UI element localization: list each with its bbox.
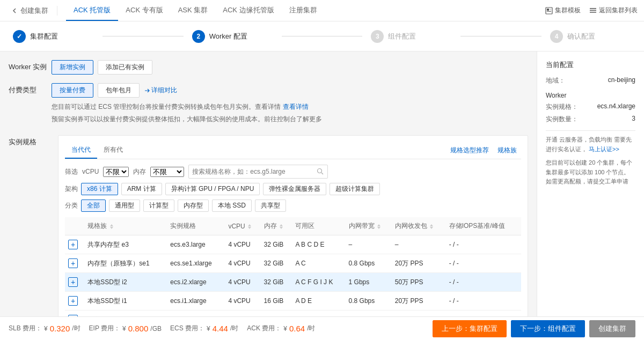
- cell-iops-1: - / -: [446, 254, 521, 273]
- th-bandwidth[interactable]: 内网带宽: [346, 217, 392, 235]
- tab-ack-edge[interactable]: ACK 边缘托管版: [215, 0, 281, 21]
- billing-info2: 预留实例券可以以按量付费实例提供整体抵扣，大幅降低实例的使用成本。前往控制台了解…: [52, 114, 528, 124]
- arch-tag-hpc[interactable]: 超级计算集群: [330, 183, 380, 195]
- tab-registered[interactable]: 注册集群: [282, 0, 325, 21]
- cell-type-1: 内存型（原独享）se1: [84, 254, 167, 273]
- cell-bw-2: 1 Gbps: [346, 273, 392, 292]
- th-add: [65, 217, 84, 235]
- svg-rect-3: [550, 9, 551, 11]
- billing-row: 付费类型 按量付费 包年包月 详细对比 您目前可以通过 ECS 管理控制台将按量…: [9, 83, 528, 127]
- filter-row: 筛选 vCPU 不限 2 4 8 16 内存 不限 4 GiB 8 GiB 1: [65, 165, 521, 179]
- th-pps[interactable]: 内网收发包: [392, 217, 446, 235]
- tab-ask[interactable]: ASK 集群: [171, 0, 216, 21]
- svg-point-7: [318, 169, 322, 173]
- create-cluster-button[interactable]: 创建集群: [589, 320, 635, 337]
- arch-tag-metal[interactable]: 弹性裸金属服务器: [263, 183, 326, 195]
- cat-all[interactable]: 全部: [81, 199, 106, 212]
- cell-iops-2: - / -: [446, 273, 521, 292]
- cell-pps-3: 20万 PPS: [392, 292, 446, 311]
- cat-memory[interactable]: 内存型: [178, 199, 209, 212]
- ecs-val: 4.44: [213, 324, 228, 333]
- view-detail-link[interactable]: 查看详情: [283, 102, 309, 112]
- table-row: + 本地SSD型 i1 ecs.i1.xlarge 4 vCPU 16 GiB …: [65, 292, 521, 311]
- cell-pps-0: –: [392, 235, 446, 254]
- cat-row: 分类 全部 通用型 计算型 内存型 本地 SSD 共享型: [65, 199, 521, 212]
- cell-zone-0: A B C D E: [292, 235, 345, 254]
- cat-shared[interactable]: 共享型: [255, 199, 286, 212]
- billing-buttons: 按量付费 包年包月 详细对比: [52, 83, 528, 98]
- sidebar-worker: Worker 实例规格： ecs.n4.xlarge 实例数量： 3: [546, 92, 635, 124]
- sidebar-region: 地域： cn-beijing: [546, 76, 635, 85]
- sidebar: 当前配置 地域： cn-beijing Worker 实例规格： ecs.n4.…: [537, 51, 644, 340]
- th-mem[interactable]: 内存: [261, 217, 292, 235]
- worker-instance-buttons: 新增实例 添加已有实例: [52, 60, 528, 75]
- tab-ack-dedicated[interactable]: ACK 专有版: [118, 0, 170, 21]
- header-right: 集群模板 返回集群列表: [545, 6, 638, 15]
- sidebar-spec-key: 实例规格：: [546, 102, 578, 112]
- step1-circle: ✓: [13, 30, 26, 43]
- search-input[interactable]: [192, 168, 314, 175]
- th-vcpu[interactable]: vCPU: [225, 217, 260, 235]
- next-step-button[interactable]: 下一步：组件配置: [511, 320, 585, 337]
- monthly-button[interactable]: 包年包月: [98, 83, 140, 98]
- add-existing-button[interactable]: 添加已有实例: [98, 60, 152, 75]
- cell-mem-2: 32 GiB: [261, 273, 292, 292]
- detail-compare-link[interactable]: 详细对比: [144, 83, 177, 98]
- cell-bw-1: 0.8 Gbps: [346, 254, 392, 273]
- back-button[interactable]: 创建集群: [6, 6, 53, 16]
- cell-iops-3: - / -: [446, 292, 521, 311]
- arch-tag-gpu[interactable]: 异构计算 GPU / FPGA / NPU: [165, 183, 260, 195]
- return-list-button[interactable]: 返回集群列表: [589, 6, 638, 15]
- step2-label: Worker 配置: [209, 32, 247, 41]
- tab-ack-managed[interactable]: ACK 托管版: [66, 0, 118, 21]
- sidebar-region-val: cn-beijing: [608, 76, 635, 85]
- mem-filter-label: 内存: [133, 167, 146, 176]
- auth-link[interactable]: 马上认证>>: [589, 146, 619, 152]
- cell-spec-3: ecs.i1.xlarge: [167, 292, 225, 311]
- add-row-2[interactable]: +: [68, 277, 78, 287]
- step3-circle: 3: [371, 30, 384, 43]
- prev-step-button[interactable]: 上一步：集群配置: [433, 320, 507, 337]
- cell-vcpu-2: 4 vCPU: [225, 273, 260, 292]
- sidebar-region-row: 地域： cn-beijing: [546, 76, 635, 85]
- spec-tab-current[interactable]: 当代代: [65, 142, 97, 159]
- sidebar-title: 当前配置: [546, 60, 635, 70]
- arch-tag-arm[interactable]: ARM 计算: [121, 183, 162, 195]
- table-row: + 本地SSD型 i2 ecs.i2.xlarge 4 vCPU 32 GiB …: [65, 273, 521, 292]
- cluster-template-button[interactable]: 集群模板: [545, 6, 581, 15]
- arch-label: 架构: [65, 184, 78, 194]
- step-addon-config: 3 组件配置: [371, 30, 452, 43]
- mem-select[interactable]: 不限 4 GiB 8 GiB 16 GiB 32 GiB: [150, 167, 184, 177]
- cat-general[interactable]: 通用型: [109, 199, 140, 212]
- footer-ack: ACK 费用： ¥ 0.64 /时: [247, 324, 315, 333]
- cell-pps-1: 20万 PPS: [392, 254, 446, 273]
- eip-val: 0.800: [128, 324, 149, 333]
- eip-unit: /GB: [150, 325, 162, 332]
- spec-recommend-link[interactable]: 规格选型推荐: [446, 142, 493, 159]
- add-row-1[interactable]: +: [68, 258, 78, 268]
- spec-family-link[interactable]: 规格族: [493, 142, 521, 159]
- sidebar-notice1: 开通 云服务器，负载均衡 需要先进行实名认证， 马上认证>>: [546, 135, 635, 154]
- step-confirm-config: 4 确认配置: [550, 30, 631, 43]
- cell-bw-3: 0.8 Gbps: [346, 292, 392, 311]
- th-type[interactable]: 规格族: [84, 217, 167, 235]
- cell-spec-1: ecs.se1.xlarge: [167, 254, 225, 273]
- add-row-0[interactable]: +: [68, 240, 78, 249]
- eip-sym: ¥: [122, 325, 126, 332]
- cell-zone-2: A C F G I J K: [292, 273, 345, 292]
- cell-spec-0: ecs.e3.large: [167, 235, 225, 254]
- cat-compute[interactable]: 计算型: [143, 199, 174, 212]
- vcpu-select[interactable]: 不限 2 4 8 16: [103, 167, 129, 177]
- new-instance-button[interactable]: 新增实例: [52, 60, 93, 75]
- arch-tag-x86[interactable]: x86 计算: [81, 183, 118, 195]
- step-divider-2: [282, 36, 363, 36]
- add-row-3[interactable]: +: [68, 296, 78, 306]
- spec-tab-all[interactable]: 所有代: [97, 142, 129, 159]
- pay-as-go-button[interactable]: 按量付费: [52, 83, 93, 98]
- back-label: 创建集群: [20, 6, 48, 16]
- footer: SLB 费用： ¥ 0.320 /时 EIP 费用： ¥ 0.800 /GB E…: [0, 316, 644, 340]
- sidebar-region-key: 地域：: [546, 76, 565, 85]
- eip-label: EIP 费用：: [89, 324, 120, 333]
- cat-local-ssd[interactable]: 本地 SSD: [212, 199, 252, 212]
- header-tabs: ACK 托管版 ACK 专有版 ASK 集群 ACK 边缘托管版 注册集群: [66, 0, 325, 21]
